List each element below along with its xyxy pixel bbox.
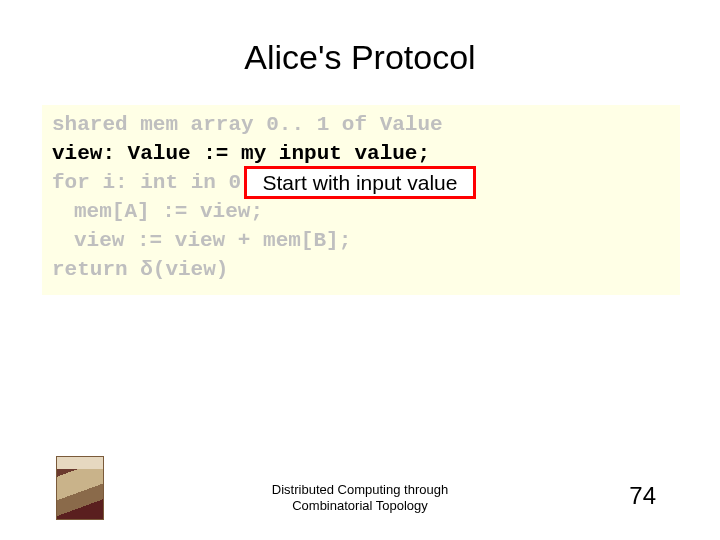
footer-caption: Distributed Computing through Combinator… xyxy=(272,482,448,515)
page-number: 74 xyxy=(629,482,656,510)
code-line-2: view: Value := my input value; xyxy=(52,140,670,169)
callout-box: Start with input value xyxy=(244,166,476,199)
code-line-5: view := view + mem[B]; xyxy=(52,227,670,256)
book-thumbnail xyxy=(56,456,104,520)
footer-line-1: Distributed Computing through xyxy=(272,482,448,498)
code-line-6: return δ(view) xyxy=(52,256,670,285)
footer-line-2: Combinatorial Topology xyxy=(272,498,448,514)
code-line-3a: for i: int xyxy=(52,171,191,194)
code-line-1: shared mem array 0.. 1 of Value xyxy=(52,111,670,140)
callout-text: Start with input value xyxy=(263,172,458,193)
code-block: shared mem array 0.. 1 of Value view: Va… xyxy=(42,105,680,295)
thumbnail-header-strip xyxy=(57,457,103,469)
slide-title: Alice's Protocol xyxy=(0,0,720,77)
code-line-4: mem[A] := view; xyxy=(52,198,670,227)
